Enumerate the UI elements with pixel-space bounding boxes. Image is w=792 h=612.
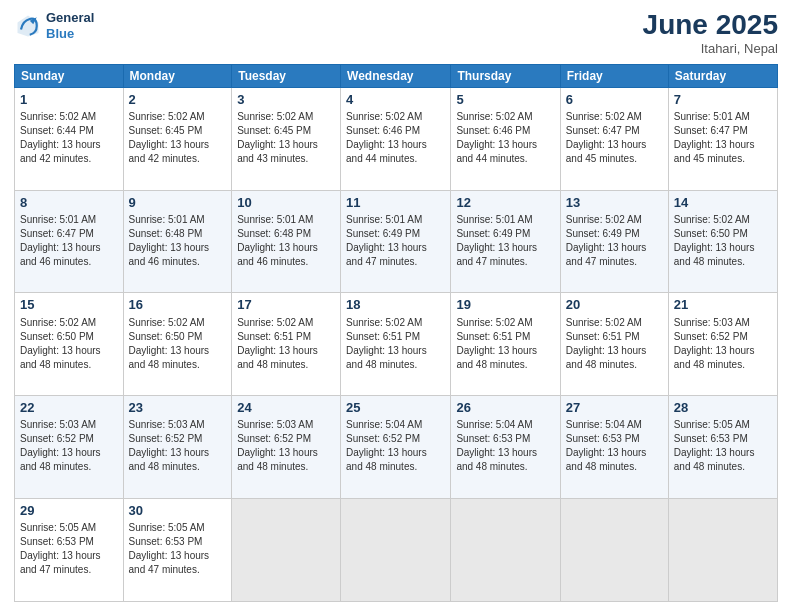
day-number: 9 <box>129 194 227 212</box>
day-number: 27 <box>566 399 663 417</box>
calendar-week-row: 1Sunrise: 5:02 AMSunset: 6:44 PMDaylight… <box>15 87 778 190</box>
daylight-text: Daylight: 13 hours and 48 minutes. <box>346 447 427 472</box>
daylight-text: Daylight: 13 hours and 48 minutes. <box>237 447 318 472</box>
daylight-text: Daylight: 13 hours and 48 minutes. <box>20 345 101 370</box>
sunrise-text: Sunrise: 5:01 AM <box>20 214 96 225</box>
sunset-text: Sunset: 6:53 PM <box>566 433 640 444</box>
day-number: 26 <box>456 399 554 417</box>
sunrise-text: Sunrise: 5:01 AM <box>129 214 205 225</box>
sunset-text: Sunset: 6:53 PM <box>129 536 203 547</box>
daylight-text: Daylight: 13 hours and 48 minutes. <box>456 345 537 370</box>
calendar-cell: 15Sunrise: 5:02 AMSunset: 6:50 PMDayligh… <box>15 293 124 396</box>
sunset-text: Sunset: 6:48 PM <box>129 228 203 239</box>
day-number: 16 <box>129 296 227 314</box>
logo-line2: Blue <box>46 26 74 41</box>
day-number: 20 <box>566 296 663 314</box>
calendar-header: SundayMondayTuesdayWednesdayThursdayFrid… <box>15 64 778 87</box>
sunset-text: Sunset: 6:52 PM <box>129 433 203 444</box>
calendar-cell: 22Sunrise: 5:03 AMSunset: 6:52 PMDayligh… <box>15 396 124 499</box>
sunrise-text: Sunrise: 5:03 AM <box>237 419 313 430</box>
sunset-text: Sunset: 6:53 PM <box>456 433 530 444</box>
day-number: 21 <box>674 296 772 314</box>
day-number: 12 <box>456 194 554 212</box>
day-number: 2 <box>129 91 227 109</box>
sunrise-text: Sunrise: 5:02 AM <box>346 111 422 122</box>
sunrise-text: Sunrise: 5:02 AM <box>456 317 532 328</box>
day-number: 30 <box>129 502 227 520</box>
calendar-cell: 1Sunrise: 5:02 AMSunset: 6:44 PMDaylight… <box>15 87 124 190</box>
calendar-week-row: 22Sunrise: 5:03 AMSunset: 6:52 PMDayligh… <box>15 396 778 499</box>
logo-text: General Blue <box>46 10 94 41</box>
sunset-text: Sunset: 6:45 PM <box>237 125 311 136</box>
calendar-cell <box>341 499 451 602</box>
day-number: 13 <box>566 194 663 212</box>
sunrise-text: Sunrise: 5:05 AM <box>674 419 750 430</box>
sunset-text: Sunset: 6:52 PM <box>346 433 420 444</box>
day-number: 1 <box>20 91 118 109</box>
day-number: 18 <box>346 296 445 314</box>
calendar-cell <box>668 499 777 602</box>
sunset-text: Sunset: 6:53 PM <box>674 433 748 444</box>
calendar-cell: 7Sunrise: 5:01 AMSunset: 6:47 PMDaylight… <box>668 87 777 190</box>
daylight-text: Daylight: 13 hours and 44 minutes. <box>456 139 537 164</box>
sunrise-text: Sunrise: 5:04 AM <box>346 419 422 430</box>
calendar-cell: 28Sunrise: 5:05 AMSunset: 6:53 PMDayligh… <box>668 396 777 499</box>
calendar-cell: 14Sunrise: 5:02 AMSunset: 6:50 PMDayligh… <box>668 190 777 293</box>
calendar-cell: 10Sunrise: 5:01 AMSunset: 6:48 PMDayligh… <box>232 190 341 293</box>
calendar-week-row: 15Sunrise: 5:02 AMSunset: 6:50 PMDayligh… <box>15 293 778 396</box>
calendar-body: 1Sunrise: 5:02 AMSunset: 6:44 PMDaylight… <box>15 87 778 601</box>
day-number: 24 <box>237 399 335 417</box>
daylight-text: Daylight: 13 hours and 48 minutes. <box>674 242 755 267</box>
calendar-cell: 4Sunrise: 5:02 AMSunset: 6:46 PMDaylight… <box>341 87 451 190</box>
day-number: 5 <box>456 91 554 109</box>
calendar-cell: 18Sunrise: 5:02 AMSunset: 6:51 PMDayligh… <box>341 293 451 396</box>
daylight-text: Daylight: 13 hours and 47 minutes. <box>129 550 210 575</box>
calendar-page: General Blue June 2025 Itahari, Nepal Su… <box>0 0 792 612</box>
calendar-cell <box>451 499 560 602</box>
calendar-cell: 26Sunrise: 5:04 AMSunset: 6:53 PMDayligh… <box>451 396 560 499</box>
day-number: 4 <box>346 91 445 109</box>
calendar-week-row: 8Sunrise: 5:01 AMSunset: 6:47 PMDaylight… <box>15 190 778 293</box>
calendar-cell: 6Sunrise: 5:02 AMSunset: 6:47 PMDaylight… <box>560 87 668 190</box>
sunrise-text: Sunrise: 5:04 AM <box>566 419 642 430</box>
calendar-cell: 5Sunrise: 5:02 AMSunset: 6:46 PMDaylight… <box>451 87 560 190</box>
daylight-text: Daylight: 13 hours and 45 minutes. <box>674 139 755 164</box>
sunrise-text: Sunrise: 5:02 AM <box>20 111 96 122</box>
location-subtitle: Itahari, Nepal <box>643 41 778 56</box>
sunrise-text: Sunrise: 5:01 AM <box>346 214 422 225</box>
daylight-text: Daylight: 13 hours and 48 minutes. <box>674 447 755 472</box>
daylight-text: Daylight: 13 hours and 47 minutes. <box>20 550 101 575</box>
calendar-table: SundayMondayTuesdayWednesdayThursdayFrid… <box>14 64 778 602</box>
daylight-text: Daylight: 13 hours and 48 minutes. <box>129 345 210 370</box>
sunset-text: Sunset: 6:52 PM <box>20 433 94 444</box>
daylight-text: Daylight: 13 hours and 47 minutes. <box>456 242 537 267</box>
header: General Blue June 2025 Itahari, Nepal <box>14 10 778 56</box>
sunset-text: Sunset: 6:49 PM <box>456 228 530 239</box>
sunset-text: Sunset: 6:46 PM <box>346 125 420 136</box>
daylight-text: Daylight: 13 hours and 47 minutes. <box>566 242 647 267</box>
calendar-cell: 29Sunrise: 5:05 AMSunset: 6:53 PMDayligh… <box>15 499 124 602</box>
calendar-cell: 11Sunrise: 5:01 AMSunset: 6:49 PMDayligh… <box>341 190 451 293</box>
sunset-text: Sunset: 6:51 PM <box>456 331 530 342</box>
day-number: 3 <box>237 91 335 109</box>
sunset-text: Sunset: 6:51 PM <box>346 331 420 342</box>
sunset-text: Sunset: 6:45 PM <box>129 125 203 136</box>
sunrise-text: Sunrise: 5:04 AM <box>456 419 532 430</box>
day-number: 7 <box>674 91 772 109</box>
daylight-text: Daylight: 13 hours and 46 minutes. <box>237 242 318 267</box>
day-number: 17 <box>237 296 335 314</box>
month-title: June 2025 <box>643 10 778 41</box>
day-number: 19 <box>456 296 554 314</box>
calendar-cell: 24Sunrise: 5:03 AMSunset: 6:52 PMDayligh… <box>232 396 341 499</box>
sunrise-text: Sunrise: 5:02 AM <box>129 111 205 122</box>
sunrise-text: Sunrise: 5:02 AM <box>129 317 205 328</box>
daylight-text: Daylight: 13 hours and 46 minutes. <box>129 242 210 267</box>
day-number: 22 <box>20 399 118 417</box>
calendar-cell <box>232 499 341 602</box>
weekday-header: Sunday <box>15 64 124 87</box>
sunset-text: Sunset: 6:50 PM <box>674 228 748 239</box>
logo-icon <box>14 12 42 40</box>
sunset-text: Sunset: 6:49 PM <box>566 228 640 239</box>
sunset-text: Sunset: 6:47 PM <box>566 125 640 136</box>
logo: General Blue <box>14 10 94 41</box>
